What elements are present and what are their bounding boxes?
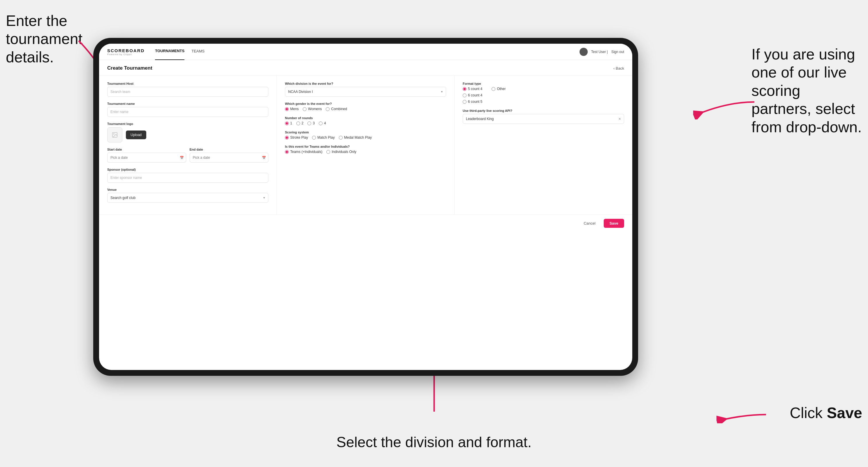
start-date-group: Start date	[107, 148, 186, 162]
cancel-button[interactable]: Cancel	[579, 219, 600, 228]
annotation-topright: If you are using one of our live scoring…	[751, 45, 862, 136]
division-label: Which division is the event for?	[285, 82, 446, 85]
round-4[interactable]: 4	[319, 121, 326, 125]
scoring-label: Scoring system	[285, 130, 446, 134]
start-label: Start date	[107, 148, 186, 151]
scoring-group: Scoring system Stroke Play Match Play	[285, 130, 446, 139]
format-type-label: Format type	[463, 82, 624, 85]
gender-womens[interactable]: Womens	[303, 107, 322, 111]
format-type-options: 5 count 4 6 count 4 6 count 5	[463, 87, 624, 104]
individuals-only[interactable]: Individuals Only	[326, 150, 356, 154]
venue-select-wrapper: Search golf club	[107, 193, 268, 203]
gender-label: Which gender is the event for?	[285, 102, 446, 105]
end-label: End date	[190, 148, 269, 151]
navbar-right: Test User | Sign out	[580, 48, 624, 56]
dates-group: Start date End date	[107, 148, 268, 162]
sponsor-label: Sponsor (optional)	[107, 168, 268, 171]
format-other[interactable]: Other	[492, 87, 505, 91]
logo-label: Tournament logo	[107, 122, 268, 126]
format-right-col: Other	[492, 87, 505, 104]
venue-label: Venue	[107, 188, 268, 191]
nav-links: TOURNAMENTS TEAMS	[155, 44, 205, 60]
avatar	[580, 48, 588, 56]
individuals-label: Individuals Only	[332, 150, 356, 154]
round-3[interactable]: 3	[307, 121, 315, 125]
api-label: Use third-party live scoring API?	[463, 109, 624, 113]
round-3-label: 3	[313, 121, 315, 125]
gender-mens-label: Mens	[290, 107, 299, 111]
venue-select[interactable]: Search golf club	[107, 193, 268, 203]
scoring-match-label: Match Play	[317, 135, 335, 139]
gender-mens[interactable]: Mens	[285, 107, 299, 111]
page-header: Create Tournament ‹ Back	[99, 60, 632, 75]
end-date-wrapper	[190, 153, 269, 162]
nav-tournaments[interactable]: TOURNAMENTS	[155, 44, 184, 60]
logo-upload-area: Upload	[107, 127, 268, 143]
gender-group: Which gender is the event for? Mens Wome…	[285, 102, 446, 111]
teams-plus-individuals[interactable]: Teams (+Individuals)	[285, 150, 322, 154]
host-label: Tournament Host	[107, 82, 268, 85]
form-footer: Cancel Save	[99, 214, 632, 232]
division-select-wrapper: NCAA Division I	[285, 87, 446, 97]
scoring-radio-group: Stroke Play Match Play Medal Match Play	[285, 135, 446, 139]
api-group: Use third-party live scoring API? Leader…	[463, 109, 624, 124]
scoring-medal-match[interactable]: Medal Match Play	[339, 135, 372, 139]
form-col-3: Format type 5 count 4 6 count 4	[455, 75, 632, 214]
sponsor-input[interactable]	[107, 173, 268, 183]
nav-teams[interactable]: TEAMS	[191, 44, 205, 60]
navbar: SCOREBOARD Powered by Clippit TOURNAMENT…	[99, 44, 632, 60]
format-type-group: Format type 5 count 4 6 count 4	[463, 82, 624, 104]
round-4-label: 4	[324, 121, 326, 125]
upload-button[interactable]: Upload	[126, 130, 146, 139]
format-5count4-label: 5 count 4	[468, 87, 482, 91]
logo-placeholder	[107, 127, 122, 143]
tablet: SCOREBOARD Powered by Clippit TOURNAMENT…	[93, 38, 638, 376]
save-button[interactable]: Save	[604, 219, 624, 228]
back-link[interactable]: ‹ Back	[613, 66, 624, 70]
gender-womens-label: Womens	[308, 107, 322, 111]
teams-radio-group: Teams (+Individuals) Individuals Only	[285, 150, 446, 154]
teams-label: Is this event for Teams and/or Individua…	[285, 145, 446, 148]
format-6count4[interactable]: 6 count 4	[463, 93, 482, 97]
format-left-col: 5 count 4 6 count 4 6 count 5	[463, 87, 482, 104]
start-date-wrapper	[107, 153, 186, 162]
tournament-name-input[interactable]	[107, 107, 268, 117]
form-col-1: Tournament Host Tournament name Tourname…	[99, 75, 277, 214]
name-group: Tournament name	[107, 102, 268, 117]
annotation-bottomcenter: Select the division and format.	[337, 434, 532, 451]
format-6count5[interactable]: 6 count 5	[463, 100, 482, 104]
form-body: Tournament Host Tournament name Tourname…	[99, 75, 632, 214]
round-2[interactable]: 2	[296, 121, 304, 125]
round-1[interactable]: 1	[285, 121, 292, 125]
gender-combined-label: Combined	[331, 107, 347, 111]
end-date-group: End date	[190, 148, 269, 162]
api-tag: Leaderboard King ×	[463, 114, 624, 124]
format-6count4-label: 6 count 4	[468, 93, 482, 97]
logo-area: SCOREBOARD Powered by Clippit	[107, 48, 145, 56]
teams-plus-label: Teams (+Individuals)	[290, 150, 322, 154]
end-date-input[interactable]	[190, 153, 269, 162]
signout-link[interactable]: Sign out	[611, 50, 624, 54]
division-select[interactable]: NCAA Division I	[285, 87, 446, 97]
host-group: Tournament Host	[107, 82, 268, 97]
start-date-input[interactable]	[107, 153, 186, 162]
rounds-group: Number of rounds 1 2 3	[285, 116, 446, 125]
scoring-medal-match-label: Medal Match Play	[344, 135, 372, 139]
format-5count4[interactable]: 5 count 4	[463, 87, 482, 91]
svg-point-1	[113, 133, 114, 134]
venue-group: Venue Search golf club	[107, 188, 268, 203]
user-label: Test User |	[591, 50, 608, 54]
format-other-label: Other	[497, 87, 505, 91]
api-tag-text: Leaderboard King	[466, 117, 617, 121]
round-2-label: 2	[302, 121, 304, 125]
form-col-2: Which division is the event for? NCAA Di…	[277, 75, 455, 214]
annotation-bottomright: Click Save	[789, 404, 862, 422]
search-team-input[interactable]	[107, 87, 268, 97]
format-6count5-label: 6 count 5	[468, 100, 482, 104]
name-label: Tournament name	[107, 102, 268, 105]
scoring-stroke[interactable]: Stroke Play	[285, 135, 308, 139]
api-tag-remove-button[interactable]: ×	[619, 117, 621, 121]
logo-group: Tournament logo Upload	[107, 122, 268, 143]
gender-combined[interactable]: Combined	[326, 107, 347, 111]
scoring-match[interactable]: Match Play	[312, 135, 335, 139]
